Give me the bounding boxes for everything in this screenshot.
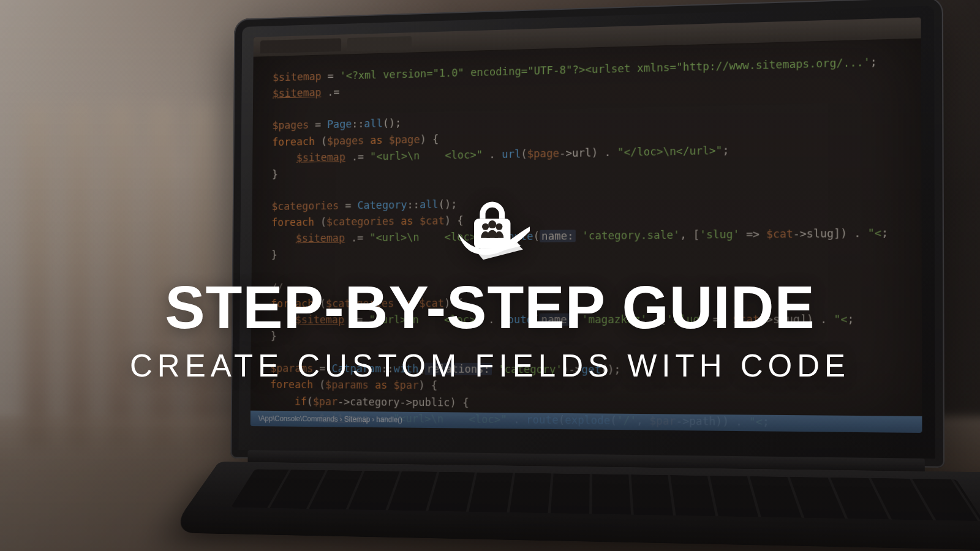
laptop-lid: $sitemap = '<?xml version="1.0" encoding… <box>230 0 944 468</box>
hero-background: $sitemap = '<?xml version="1.0" encoding… <box>0 0 980 551</box>
code-sample: $sitemap = '<?xml version="1.0" encoding… <box>270 53 909 411</box>
laptop-photo: $sitemap = '<?xml version="1.0" encoding… <box>230 0 944 551</box>
laptop-screen: $sitemap = '<?xml version="1.0" encoding… <box>251 17 922 433</box>
editor-tab <box>347 36 412 51</box>
editor-tabbar <box>254 17 921 57</box>
editor-tab <box>260 38 341 53</box>
bokeh-blinds <box>24 104 257 447</box>
editor-statusbar: \App\Console\Commands › Sitemap › handle… <box>251 411 922 433</box>
laptop-keyboard <box>231 469 980 521</box>
